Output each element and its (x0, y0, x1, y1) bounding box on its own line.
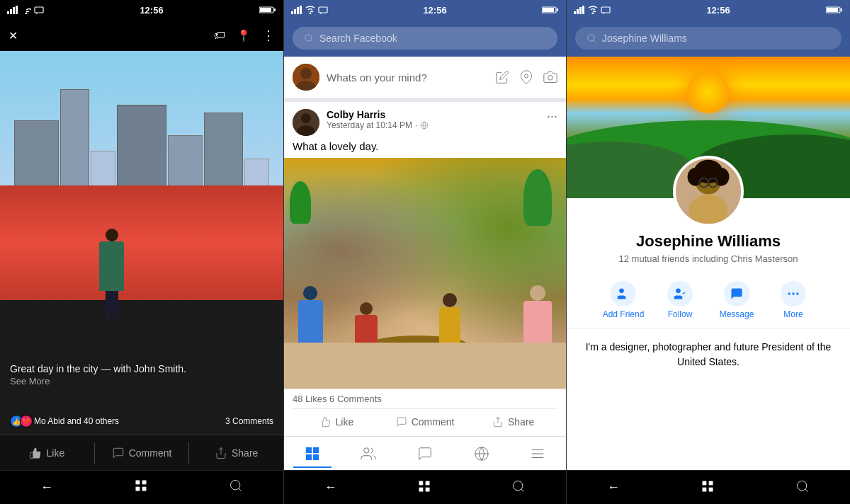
back-button-3[interactable]: ← (607, 480, 620, 495)
signal-icon-2 (291, 6, 302, 14)
message-icon-1 (34, 6, 44, 14)
profile-search-bar[interactable]: Josephine Williams (575, 27, 842, 50)
svg-rect-54 (574, 11, 576, 14)
svg-point-30 (525, 74, 528, 78)
svg-line-64 (594, 40, 596, 42)
svg-rect-24 (557, 8, 558, 11)
svg-rect-2 (13, 7, 15, 14)
svg-rect-17 (294, 9, 296, 14)
more-icon (781, 281, 806, 307)
like-button[interactable]: Like (0, 441, 94, 465)
post-author-avatar[interactable] (293, 109, 319, 136)
post-image (284, 158, 566, 389)
bottom-nav-3: ← (567, 470, 850, 504)
location-icon[interactable]: 📍 (237, 29, 251, 42)
svg-rect-41 (313, 454, 319, 459)
home-button-2[interactable] (417, 479, 431, 496)
search-button-2[interactable] (511, 479, 526, 496)
post-like-button[interactable]: Like (293, 412, 381, 432)
battery-icon-1 (259, 6, 276, 14)
share-button[interactable]: Share (189, 441, 283, 465)
svg-rect-19 (300, 6, 302, 14)
camera-icon[interactable] (543, 70, 557, 84)
feed-header: Search Facebook (284, 20, 566, 57)
svg-rect-16 (291, 11, 293, 14)
svg-rect-48 (419, 481, 423, 485)
profile-avatar[interactable] (673, 156, 744, 227)
svg-rect-18 (297, 7, 299, 14)
message-button[interactable]: Message (712, 281, 761, 319)
tab-notifications[interactable] (463, 440, 501, 467)
close-button[interactable]: ✕ (8, 29, 18, 42)
more-profile-button[interactable]: More (769, 281, 818, 319)
composer-input[interactable]: Whats on your mind? (327, 71, 488, 84)
search-placeholder: Search Facebook (319, 33, 397, 44)
comment-icon (112, 447, 125, 459)
follow-button[interactable]: Follow (655, 281, 705, 319)
news-post: Colby Harris Yesterday at 10:14 PM · ···… (284, 102, 566, 436)
windows-icon-2 (417, 479, 431, 493)
tab-menu[interactable] (518, 440, 557, 467)
feed-content: Whats on your mind? Colby Harris (284, 57, 566, 436)
svg-point-68 (688, 168, 703, 186)
location-composer-icon[interactable] (519, 70, 533, 84)
post-share-label: Share (508, 416, 534, 428)
see-more-link[interactable]: See More (10, 376, 273, 386)
tab-friends[interactable] (349, 440, 387, 467)
search-bar[interactable]: Search Facebook (293, 27, 557, 50)
tab-messenger[interactable] (406, 440, 444, 467)
svg-rect-23 (543, 8, 554, 12)
svg-point-58 (592, 13, 594, 15)
wifi-icon-3 (588, 6, 598, 14)
svg-rect-5 (35, 7, 43, 13)
status-icons-right-2 (542, 6, 559, 14)
svg-point-74 (619, 289, 624, 294)
svg-line-86 (805, 488, 808, 491)
post-like-icon (319, 416, 331, 428)
status-icons-right-3 (826, 6, 843, 14)
svg-point-78 (788, 292, 790, 294)
post-likes: 48 Likes (293, 394, 327, 404)
comment-button[interactable]: Comment (95, 441, 189, 465)
add-friend-label: Add Friend (603, 309, 645, 319)
statusbar-2: 12:56 (284, 0, 566, 20)
reactions-names: Mo Abid and 40 others (34, 416, 119, 426)
tab-feed[interactable] (293, 440, 332, 468)
photo-view-panel: 12:56 ✕ 🏷 📍 ⋮ (0, 0, 283, 504)
search-button-1[interactable] (229, 479, 243, 496)
post-share-button[interactable]: Share (469, 412, 557, 432)
profile-name: Josephine Williams (578, 232, 839, 251)
more-options-icon[interactable]: ⋮ (262, 28, 275, 43)
search-icon-nav-3 (795, 479, 810, 493)
svg-rect-55 (577, 9, 579, 14)
search-button-3[interactable] (795, 479, 810, 496)
svg-rect-7 (260, 8, 271, 12)
svg-rect-56 (579, 7, 582, 14)
svg-point-33 (301, 113, 311, 123)
tag-icon[interactable]: 🏷 (214, 29, 225, 42)
wifi-icon (21, 6, 31, 14)
svg-point-4 (26, 13, 28, 15)
svg-point-79 (792, 292, 794, 294)
post-author-name[interactable]: Colby Harris (327, 109, 540, 120)
back-button-1[interactable]: ← (40, 480, 53, 495)
post-comment-button[interactable]: Comment (381, 412, 470, 432)
svg-rect-10 (136, 481, 140, 485)
follow-label: Follow (668, 309, 693, 319)
home-button-1[interactable] (134, 479, 148, 496)
add-friend-button[interactable]: Add Friend (599, 281, 648, 319)
home-button-3[interactable] (701, 479, 715, 496)
profile-search-value: Josephine Williams (602, 33, 687, 44)
post-comments: 6 Comments (329, 394, 382, 404)
photo-toolbar: ✕ 🏷 📍 ⋮ (0, 20, 283, 51)
compose-icon[interactable] (495, 70, 509, 84)
message-icon-3 (601, 6, 611, 14)
user-avatar-composer (293, 64, 319, 91)
back-button-2[interactable]: ← (324, 480, 337, 495)
post-more-button[interactable]: ··· (547, 109, 557, 124)
tab-nav-2 (284, 436, 566, 470)
svg-rect-62 (841, 8, 842, 11)
photo-reactions: 👍 ❤️ Mo Abid and 40 others 3 Comments (0, 415, 283, 428)
status-time-2: 12:56 (423, 5, 446, 16)
caption-text: Great day in the city — with John Smith. (10, 363, 273, 374)
